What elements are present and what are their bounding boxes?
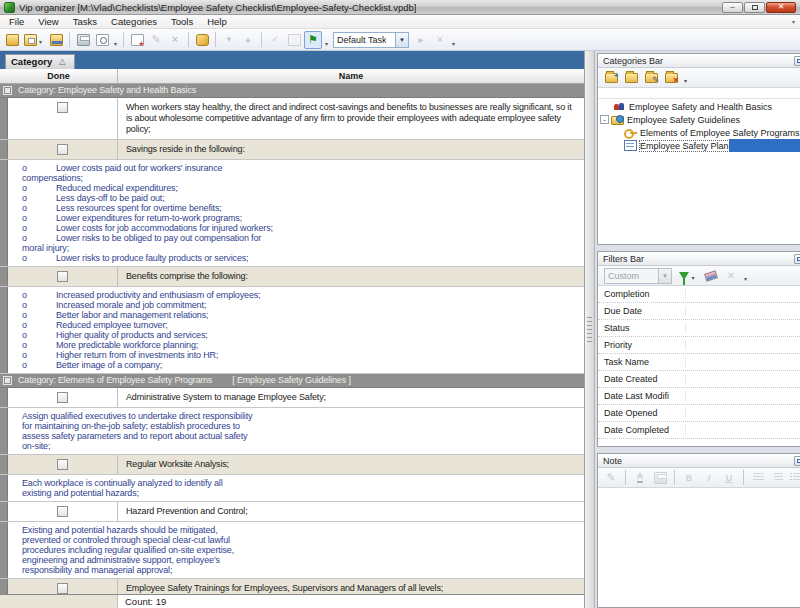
note-bullet-item: oLower risks to produce faulty products … [22, 253, 280, 263]
uncomplete-task-icon [285, 31, 303, 49]
note-title: Note ✕ [598, 454, 800, 468]
close-button[interactable]: ✕ [766, 2, 796, 13]
note-bullet-item: oLower expenditures for return-to-work p… [22, 213, 280, 223]
task-row[interactable]: When workers stay healthy, the direct an… [0, 98, 584, 140]
chevron-down-icon[interactable]: ▼ [658, 269, 671, 283]
task-name: Employee Safety Trainings for Employees,… [118, 579, 584, 594]
category-label: Employee Safety Plan [640, 141, 729, 151]
bullet-glyph: o [22, 330, 56, 340]
note-editor[interactable] [598, 488, 800, 607]
open-database-icon[interactable]: ▾ [22, 31, 46, 49]
assign-icon[interactable] [193, 31, 211, 49]
maximize-panel-button[interactable] [794, 56, 800, 66]
group-indent [0, 408, 8, 454]
column-header-name[interactable]: Name [118, 69, 584, 83]
done-cell [8, 388, 118, 407]
toolbar-overflow-icon[interactable]: ▾ [682, 75, 689, 87]
tree-expander-icon[interactable]: - [600, 115, 609, 124]
vertical-splitter[interactable] [585, 51, 595, 608]
group-row[interactable]: Category: Employee Safety and Health Bas… [0, 84, 584, 98]
task-done-checkbox[interactable] [57, 102, 68, 113]
toolbar-overflow-icon[interactable]: ▾ [112, 38, 119, 50]
task-done-checkbox[interactable] [57, 583, 68, 594]
task-row[interactable]: Benefits comprise the following: [0, 267, 584, 287]
task-done-checkbox[interactable] [57, 459, 68, 470]
task-row[interactable]: Employee Safety Trainings for Employees,… [0, 579, 584, 594]
task-notes-row[interactable]: Each workplace is continually analyzed t… [0, 475, 584, 502]
menu-file[interactable]: File [2, 15, 31, 28]
task-row[interactable]: Administrative System to manage Employee… [0, 388, 584, 408]
toolbar-overflow-icon[interactable]: ▾ [742, 273, 749, 285]
task-row[interactable]: Hazard Prevention and Control; [0, 502, 584, 522]
toolbar-separator [674, 470, 675, 485]
category-tree-item[interactable]: Employee Safety and Health Basics33 [598, 100, 800, 113]
task-done-checkbox[interactable] [57, 506, 68, 517]
menubar-overflow-icon[interactable]: ▾ [792, 18, 800, 25]
new-category-icon[interactable]: + [602, 69, 620, 87]
note-paragraph: Assign qualified executives to undertake… [22, 411, 254, 451]
task-notes-row[interactable]: Existing and potential hazards should be… [0, 522, 584, 579]
menu-tools[interactable]: Tools [164, 15, 200, 28]
bullet-glyph: o [22, 183, 56, 193]
menu-categories[interactable]: Categories [104, 15, 164, 28]
filter-row-priority: Priority▼ [598, 337, 800, 354]
column-header-done[interactable]: Done [0, 69, 118, 83]
bullet-glyph: o [22, 360, 56, 370]
filters-bar-title-label: Filters Bar [603, 254, 644, 264]
maximize-button[interactable] [744, 2, 765, 13]
note-paragraph: Each workplace is continually analyzed t… [22, 478, 254, 498]
category-tree-item[interactable]: Employee Safety Plan1111 [598, 139, 800, 152]
task-done-checkbox[interactable] [57, 144, 68, 155]
save-database-icon[interactable] [47, 31, 65, 49]
group-indent [0, 388, 8, 407]
print-preview-icon[interactable] [93, 31, 111, 49]
new-subcategory-icon[interactable] [622, 69, 640, 87]
collapse-group-icon[interactable] [3, 86, 12, 95]
group-by-label: Category [11, 56, 52, 67]
task-done-checkbox[interactable] [57, 392, 68, 403]
task-done-checkbox[interactable] [57, 271, 68, 282]
print-note-icon [651, 469, 669, 487]
collapse-group-icon[interactable] [3, 376, 12, 385]
maximize-panel-button[interactable] [794, 456, 800, 466]
toolbar-overflow-icon[interactable]: ▾ [450, 38, 457, 50]
edit-category-icon[interactable]: ✎ [642, 69, 660, 87]
task-row[interactable]: Savings reside in the following: [0, 140, 584, 160]
note-bullet-item: oLower costs for job accommodations for … [22, 223, 280, 233]
new-database-icon[interactable] [3, 31, 21, 49]
maximize-icon [752, 5, 758, 10]
maximize-panel-button[interactable] [794, 254, 800, 264]
task-row[interactable]: Regular Worksite Analysis; [0, 455, 584, 475]
menu-help[interactable]: Help [200, 15, 234, 28]
done-cell [8, 267, 118, 286]
filter-preset-combo[interactable]: Custom▼ [604, 268, 672, 284]
task-type-combo[interactable]: Default Task▼ [333, 32, 409, 48]
checklist-grid: Category △ Done Name Category: Employee … [0, 51, 585, 608]
category-plan-icon [624, 140, 637, 151]
task-type-combo-value: Default Task [337, 35, 386, 45]
category-tree-item[interactable]: Elements of Employee Safety Programs55 [598, 126, 800, 139]
highlight-task-icon[interactable] [304, 31, 322, 49]
chevron-down-icon[interactable]: ▼ [395, 33, 408, 47]
note-bullet-item: oHigher quality of products and services… [22, 330, 280, 340]
clear-filter-icon[interactable] [702, 267, 720, 285]
delete-category-icon[interactable]: × [662, 69, 680, 87]
category-tree-item[interactable]: -Employee Safety Guidelines1616 [598, 113, 800, 126]
task-notes-row[interactable]: oLower costs paid out for workers' insur… [0, 160, 584, 267]
filter-label: Date Opened [598, 408, 686, 418]
group-row[interactable]: Category: Elements of Employee Safety Pr… [0, 374, 584, 388]
toolbar-separator [625, 470, 626, 485]
apply-filter-icon[interactable]: ▾ [676, 267, 700, 285]
minimize-button[interactable]: – [722, 2, 743, 13]
note-bullet-item: oLess resources spent for overtime benef… [22, 203, 280, 213]
task-notes-row[interactable]: Assign qualified executives to undertake… [0, 408, 584, 455]
menu-bar: FileViewTasksCategoriesToolsHelp▾ [0, 15, 800, 29]
toolbar-overflow-icon[interactable]: ▾ [323, 38, 330, 50]
task-notes-row[interactable]: oIncreased productivity and enthusiasm o… [0, 287, 584, 374]
group-by-category-header[interactable]: Category △ [5, 54, 75, 69]
new-task-icon[interactable] [128, 31, 146, 49]
menu-view[interactable]: View [31, 15, 65, 28]
toolbar-separator [123, 32, 124, 47]
print-icon[interactable] [74, 31, 92, 49]
menu-tasks[interactable]: Tasks [66, 15, 104, 28]
